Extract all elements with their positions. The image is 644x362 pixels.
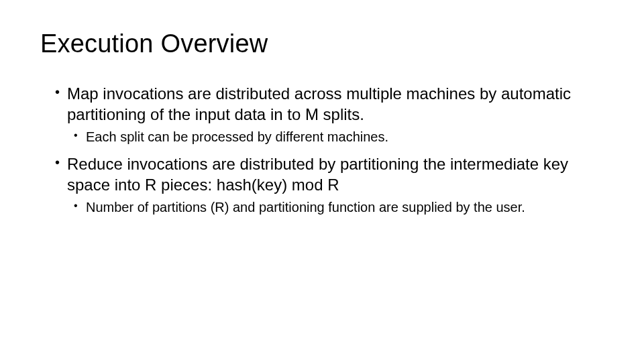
sub-bullet-text: Number of partitions (R) and partitionin… (74, 199, 604, 217)
bullet-list: Map invocations are distributed across m… (55, 84, 604, 217)
bullet-text: Map invocations are distributed across m… (55, 84, 604, 125)
list-item: Map invocations are distributed across m… (55, 84, 604, 146)
bullet-text: Reduce invocations are distributed by pa… (55, 154, 604, 195)
slide: Execution Overview Map invocations are d… (0, 0, 644, 217)
slide-title: Execution Overview (40, 29, 604, 58)
sub-bullet-text: Each split can be processed by different… (74, 129, 604, 146)
slide-content: Map invocations are distributed across m… (42, 84, 604, 217)
list-item: Reduce invocations are distributed by pa… (55, 154, 604, 217)
